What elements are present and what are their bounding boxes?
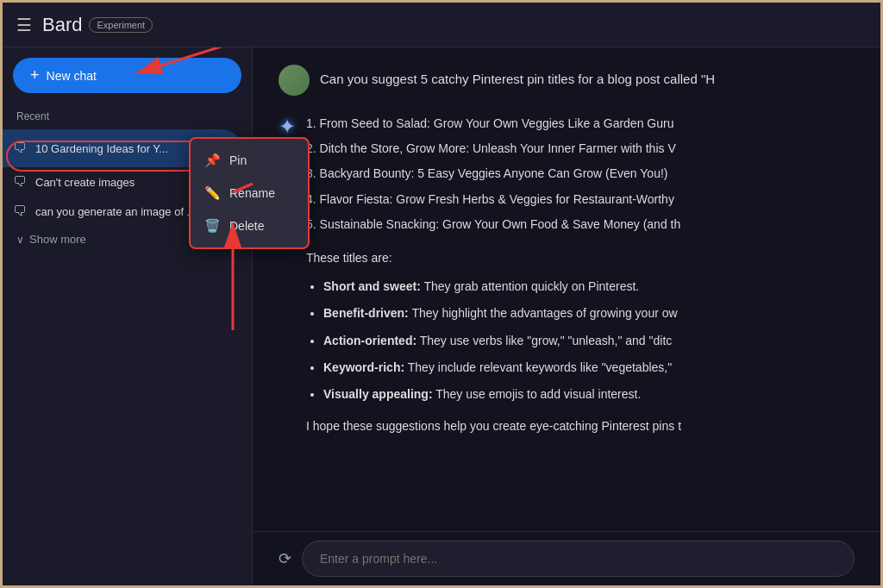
response-item-3: 3. Backyard Bounty: 5 Easy Veggies Anyon… bbox=[306, 163, 855, 185]
delete-label: Delete bbox=[229, 219, 264, 233]
pin-label: Pin bbox=[229, 153, 247, 167]
bullet-item-5: Visually appealing: They use emojis to a… bbox=[323, 384, 855, 405]
delete-icon: 🗑️ bbox=[204, 218, 221, 234]
regenerate-icon[interactable]: ⟳ bbox=[279, 549, 291, 568]
chat-content: Can you suggest 5 catchy Pinterest pin t… bbox=[253, 47, 880, 531]
pin-icon: 📌 bbox=[204, 153, 221, 168]
response-content: 1. From Seed to Salad: Grow Your Own Veg… bbox=[306, 113, 855, 437]
summary-title: These titles are: bbox=[306, 247, 855, 269]
user-question-text: Can you suggest 5 catchy Pinterest pin t… bbox=[320, 65, 715, 90]
recent-label: Recent bbox=[3, 107, 252, 129]
chat-icon: 🗨 bbox=[13, 174, 27, 190]
response-item-1: 1. From Seed to Salad: Grow Your Own Veg… bbox=[306, 113, 855, 134]
bullet-list: Short and sweet: They grab attention qui… bbox=[306, 276, 855, 405]
closing-text: I hope these suggestions help you create… bbox=[306, 416, 855, 437]
context-menu: 📌 Pin ✏️ Rename 🗑️ Delete bbox=[189, 137, 310, 249]
main-layout: + New chat Recent 🗨 10 Gardening Ideas f… bbox=[3, 47, 880, 585]
menu-icon[interactable]: ☰ bbox=[16, 15, 32, 35]
bullet-item-3: Action-oriented: They use verbs like "gr… bbox=[323, 330, 855, 352]
content-area: Can you suggest 5 catchy Pinterest pin t… bbox=[253, 47, 880, 585]
prompt-input[interactable] bbox=[302, 541, 855, 577]
rename-label: Rename bbox=[229, 186, 275, 200]
plus-icon: + bbox=[30, 66, 40, 84]
chat-title: 10 Gardening Ideas for Y... bbox=[35, 142, 207, 155]
response-item-4: 4. Flavor Fiesta: Grow Fresh Herbs & Veg… bbox=[306, 189, 855, 210]
user-question: Can you suggest 5 catchy Pinterest pin t… bbox=[279, 65, 855, 96]
rename-icon: ✏️ bbox=[204, 185, 221, 201]
bullet-item-4: Keyword-rich: They include relevant keyw… bbox=[323, 357, 855, 378]
response-item-2: 2. Ditch the Store, Grow More: Unleash Y… bbox=[306, 138, 855, 160]
bottom-bar: ⟳ bbox=[253, 531, 880, 585]
brand-name: Bard bbox=[42, 14, 82, 36]
experiment-badge: Experiment bbox=[89, 17, 153, 33]
new-chat-button[interactable]: + New chat bbox=[13, 58, 241, 93]
topbar: ☰ Bard Experiment bbox=[3, 3, 880, 47]
bard-response: ✦ 1. From Seed to Salad: Grow Your Own V… bbox=[279, 113, 855, 437]
chevron-down-icon: ∨ bbox=[16, 234, 24, 246]
bullet-item-2: Benefit-driven: They highlight the advan… bbox=[323, 303, 855, 324]
bullet-item-1: Short and sweet: They grab attention qui… bbox=[323, 276, 855, 297]
new-chat-label: New chat bbox=[47, 69, 97, 83]
chat-icon: 🗨 bbox=[13, 203, 27, 219]
context-menu-item-rename[interactable]: ✏️ Rename bbox=[191, 177, 308, 210]
user-avatar bbox=[279, 65, 310, 96]
response-item-5: 5. Sustainable Snacking: Grow Your Own F… bbox=[306, 214, 855, 235]
context-menu-item-delete[interactable]: 🗑️ Delete bbox=[191, 210, 308, 242]
context-menu-item-pin[interactable]: 📌 Pin bbox=[191, 144, 308, 177]
sidebar: + New chat Recent 🗨 10 Gardening Ideas f… bbox=[3, 47, 253, 585]
show-more-label: Show more bbox=[29, 233, 86, 246]
chat-icon: 🗨 bbox=[13, 141, 27, 156]
